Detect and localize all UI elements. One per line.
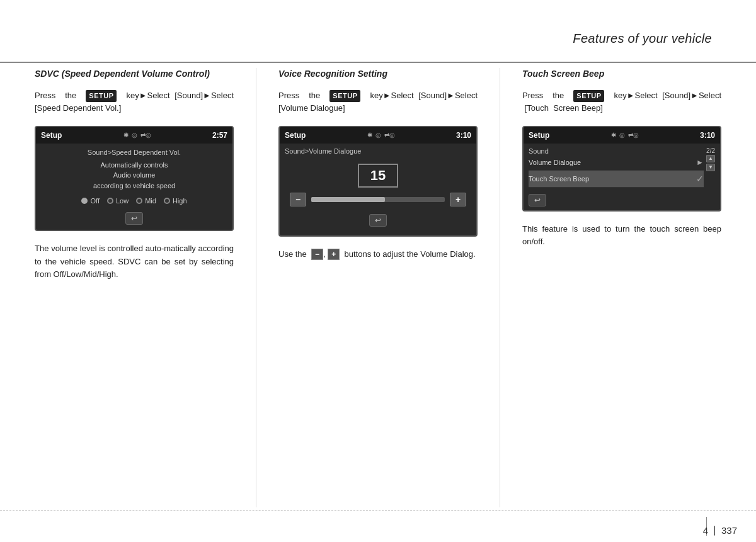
tsb-intro: Press the SETUP key►Select [Sound]►Selec… (522, 89, 721, 115)
footer-chapter: 4 (703, 525, 708, 536)
sdvc-option-low: Low (107, 197, 129, 205)
vol-slider-fill (311, 197, 385, 202)
sdvc-title: SDVC (Speed Dependent Volume Control) (35, 68, 234, 81)
vol-slider-row: − + (290, 193, 466, 206)
sdvc-label-low: Low (116, 197, 129, 205)
tsb-screen-time: 3:10 (700, 131, 715, 140)
tsb-scroll-down[interactable]: ▼ (706, 164, 715, 171)
sdvc-screen-header: Setup ✱ ◎ ⇄◎ 2:57 (36, 127, 232, 144)
voice-icon-2: ◎ (375, 132, 381, 138)
tsb-icon-1: ✱ (611, 132, 616, 138)
tsb-screen: Setup ✱ ◎ ⇄◎ 3:10 Sound 2/2 Volume Dialo… (522, 126, 721, 212)
page-header-title: Features of your vehicle (573, 31, 712, 46)
voice-screen-header: Setup ✱ ◎ ⇄◎ 3:10 (280, 127, 476, 144)
main-content: SDVC (Speed Dependent Volume Control) Pr… (35, 68, 721, 507)
vol-body: 15 − + ↩ (285, 159, 471, 232)
footer-sep: ❘ (711, 524, 719, 536)
tsb-body: This feature is used to turn the touch s… (522, 223, 721, 248)
tsb-back-area: ↩ (529, 191, 715, 206)
tsb-list-area: Volume Dialogue ► Touch Screen Beep ✓ ▲ … (529, 155, 715, 188)
sdvc-body-text: Automatically controlsAudio volumeaccord… (93, 160, 175, 191)
sdvc-intro: Press the SETUP key►Select [Sound]►Selec… (35, 89, 234, 115)
tsb-icon-3: ⇄◎ (628, 132, 639, 138)
footer-bar: 4 ❘ 337 (0, 511, 756, 542)
sdvc-radio-low (107, 198, 113, 204)
col-divider-2 (500, 68, 500, 507)
footer-page: 4 ❘ 337 (703, 524, 737, 536)
voice-screen-icons: ✱ ◎ ⇄◎ (367, 132, 395, 138)
header-bar: Features of your vehicle (0, 0, 756, 63)
tsb-touch-beep-label: Touch Screen Beep (529, 175, 589, 183)
sdvc-option-off: Off (81, 197, 99, 205)
tsb-list: Volume Dialogue ► Touch Screen Beep ✓ (529, 155, 704, 188)
tsb-back-btn[interactable]: ↩ (529, 194, 546, 206)
voice-setup-badge: SETUP (329, 90, 360, 102)
sdvc-setup-badge: SETUP (86, 90, 117, 102)
voice-body: Use the −, + buttons to adjust the Volum… (278, 248, 478, 261)
tsb-screen-header: Setup ✱ ◎ ⇄◎ 3:10 (524, 127, 720, 144)
vol-plus-btn[interactable]: + (450, 193, 466, 206)
voice-screen-time: 3:10 (456, 131, 471, 140)
tsb-vol-dialogue-label: Volume Dialogue (529, 159, 581, 166)
tsb-vol-arrow: ► (696, 158, 704, 167)
minus-icon: − (311, 249, 323, 260)
sdvc-screen-title: Setup (41, 131, 62, 140)
tsb-icon-2: ◎ (619, 132, 625, 138)
vol-minus-btn[interactable]: − (290, 193, 306, 206)
vol-number: 15 (358, 164, 398, 188)
tsb-title: Touch Screen Beep (522, 68, 721, 81)
sdvc-label-mid: Mid (145, 197, 156, 205)
sdvc-option-mid: Mid (136, 197, 156, 205)
tsb-row-touch-beep: Touch Screen Beep ✓ (529, 171, 704, 188)
voice-icon-1: ✱ (367, 132, 372, 138)
voice-intro: Press the SETUP key►Select [Sound]►Selec… (278, 89, 478, 115)
sdvc-subtitle: Sound>Speed Dependent Vol. (88, 149, 181, 156)
sdvc-icon-1: ✱ (123, 132, 129, 138)
voice-screen: Setup ✱ ◎ ⇄◎ 3:10 Sound>Volume Dialogue … (278, 126, 478, 237)
sdvc-screen-icons: ✱ ◎ ⇄◎ (123, 132, 151, 138)
col-divider-1 (256, 68, 256, 507)
sdvc-back-btn[interactable]: ↩ (125, 212, 143, 225)
sdvc-label-high: High (173, 197, 187, 205)
sdvc-options: Off Low Mid High (81, 197, 186, 205)
tsb-scroll-up[interactable]: ▲ (706, 155, 715, 162)
tsb-check-icon: ✓ (696, 174, 704, 184)
voice-back-btn[interactable]: ↩ (369, 214, 387, 227)
voice-screen-title: Setup (285, 131, 306, 140)
tsb-page-info: 2/2 (706, 147, 715, 154)
tsb-screen-body: Sound 2/2 Volume Dialogue ► Touch Screen… (524, 144, 720, 210)
voice-icon-3: ⇄◎ (384, 132, 395, 138)
tsb-setup-badge: SETUP (573, 90, 604, 102)
vol-slider (311, 197, 445, 202)
voice-subtitle: Sound>Volume Dialogue (285, 147, 471, 155)
sdvc-screen: Setup ✱ ◎ ⇄◎ 2:57 Sound>Speed Dependent … (35, 126, 234, 232)
sdvc-icon-2: ◎ (132, 132, 137, 138)
sdvc-radio-high (164, 198, 170, 204)
sdvc-radio-mid (136, 198, 142, 204)
sdvc-radio-off (81, 198, 88, 204)
tsb-sound-label: Sound (529, 147, 549, 155)
tsb-row-vol-dialogue: Volume Dialogue ► (529, 155, 704, 171)
sdvc-label-off: Off (90, 197, 99, 205)
tsb-screen-icons: ✱ ◎ ⇄◎ (611, 132, 639, 138)
sdvc-body: The volume level is controlled auto-mati… (35, 242, 234, 280)
sdvc-option-high: High (164, 197, 187, 205)
footer-page-num: 337 (721, 525, 737, 536)
voice-screen-body: Sound>Volume Dialogue 15 − + ↩ (280, 144, 476, 235)
voice-column: Voice Recognition Setting Press the SETU… (278, 68, 478, 507)
tsb-scroll-bar: ▲ ▼ (706, 155, 715, 188)
sdvc-column: SDVC (Speed Dependent Volume Control) Pr… (35, 68, 234, 507)
voice-title: Voice Recognition Setting (278, 68, 478, 81)
plus-icon: + (328, 249, 340, 260)
tsb-top-row: Sound 2/2 (529, 147, 715, 155)
tsb-screen-title: Setup (529, 131, 549, 140)
sdvc-screen-time: 2:57 (212, 131, 227, 140)
sdvc-screen-body: Sound>Speed Dependent Vol. Automatically… (36, 144, 232, 230)
sdvc-icon-3: ⇄◎ (140, 132, 151, 138)
tsb-column: Touch Screen Beep Press the SETUP key►Se… (522, 68, 721, 507)
